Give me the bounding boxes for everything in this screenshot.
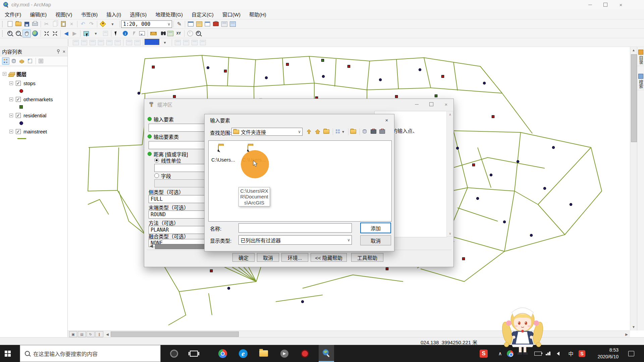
layer-checkbox[interactable]: ✓ xyxy=(16,97,21,102)
view-type-dropdown-icon[interactable]: ▾ xyxy=(341,129,345,134)
pan-tool-icon[interactable] xyxy=(22,29,31,38)
buffer-dialog-titlebar[interactable]: 缓冲区 × xyxy=(144,99,453,110)
open-icon[interactable] xyxy=(14,20,22,28)
maximize-button[interactable] xyxy=(598,0,613,9)
start-button[interactable] xyxy=(0,345,15,362)
collapse-icon[interactable] xyxy=(9,98,13,101)
speaker-icon[interactable] xyxy=(553,345,563,362)
print-icon[interactable] xyxy=(31,20,39,28)
new-document-icon[interactable] xyxy=(6,20,14,28)
ok-button[interactable]: 确定 xyxy=(232,253,255,262)
browse-dialog-titlebar[interactable]: 输入要素 × xyxy=(205,114,394,126)
toc-options-icon[interactable] xyxy=(37,57,45,65)
dialog-close-icon[interactable]: × xyxy=(439,99,453,109)
paste-icon[interactable] xyxy=(59,20,67,28)
pin-icon[interactable] xyxy=(56,49,61,54)
layer-symbol-residential[interactable] xyxy=(19,121,23,125)
scroll-right-icon[interactable]: ▶ xyxy=(623,331,630,337)
hscroll-thumb[interactable] xyxy=(111,331,239,337)
environments-button[interactable]: 环境... xyxy=(281,253,308,262)
layer-row-stops[interactable]: ✓ stops xyxy=(9,80,36,86)
copy-icon[interactable] xyxy=(51,20,59,28)
cut-icon[interactable]: ✂ xyxy=(42,20,51,28)
task-view-icon[interactable] xyxy=(186,345,202,362)
map-horizontal-scrollbar[interactable]: ▣ ▤ ↻ ∥ ◀ ▶ xyxy=(68,330,630,338)
layer-checkbox[interactable]: ✓ xyxy=(16,81,21,86)
refresh-view-button[interactable]: ↻ xyxy=(87,331,95,337)
tool-icon-2[interactable] xyxy=(80,39,88,47)
filter-combo[interactable]: 已列出所有过滤器 ∨ xyxy=(238,235,352,245)
chrome-icon[interactable] xyxy=(215,345,230,362)
connect-folder-icon[interactable] xyxy=(323,128,330,135)
layer-symbol-othermarkets[interactable] xyxy=(19,105,23,109)
list-by-drawing-order-icon[interactable] xyxy=(2,57,9,65)
toolbox-alt-icon[interactable] xyxy=(378,128,386,135)
catalog-window-icon[interactable] xyxy=(195,20,203,28)
modelbuilder-icon[interactable] xyxy=(228,20,237,28)
name-input[interactable] xyxy=(238,223,352,233)
browse-cancel-button[interactable]: 取消 xyxy=(360,235,391,245)
menu-selection[interactable]: 选择(S) xyxy=(130,11,147,18)
geodatabase-icon[interactable] xyxy=(361,128,368,135)
clock[interactable]: 8:53 2020/6/10 xyxy=(591,347,619,360)
menu-edit[interactable]: 编辑(E) xyxy=(30,11,47,18)
param-scroll-left-icon[interactable]: ◀ xyxy=(150,244,153,248)
tool-icon-12[interactable] xyxy=(199,39,207,47)
map-scale-combo[interactable]: 1:20, 000 ∨ xyxy=(121,20,172,28)
menu-view[interactable]: 视图(V) xyxy=(55,11,72,18)
list-by-visibility-icon[interactable] xyxy=(18,57,25,65)
hyperlink-icon[interactable] xyxy=(129,29,138,38)
map-vertical-scrollbar[interactable]: ▲ ▼ xyxy=(630,47,637,330)
add-data-dropdown-icon[interactable]: ▾ xyxy=(107,20,118,28)
network-icon[interactable] xyxy=(543,345,553,362)
hide-help-button[interactable]: << 隐藏帮助 xyxy=(311,253,347,262)
find-icon[interactable] xyxy=(158,29,166,38)
full-extent-icon[interactable] xyxy=(31,29,39,38)
close-button[interactable]: × xyxy=(613,0,629,9)
folder-connection-icon[interactable] xyxy=(218,145,219,152)
up-one-level-icon[interactable] xyxy=(305,128,313,135)
menu-windows[interactable]: 窗口(W) xyxy=(222,11,240,18)
filter-dropdown-icon[interactable]: ∨ xyxy=(346,238,352,242)
tool-icon-8[interactable] xyxy=(133,39,142,47)
save-icon[interactable] xyxy=(22,20,31,28)
cancel-button[interactable]: 取消 xyxy=(257,253,279,262)
add-data-icon[interactable]: + xyxy=(99,20,107,28)
select-features-dropdown-icon[interactable]: ▾ xyxy=(90,29,101,38)
sogou-ime-icon[interactable]: S xyxy=(576,345,588,362)
menu-insert[interactable]: 插入(I) xyxy=(106,11,121,18)
find-route-icon[interactable] xyxy=(166,29,174,38)
taskbar-search[interactable]: 在这里输入你要搜索的内容 xyxy=(20,345,161,362)
collapse-icon[interactable] xyxy=(3,72,6,76)
notification-center-icon[interactable] xyxy=(625,345,638,362)
tool-icon-6[interactable] xyxy=(113,39,122,47)
minimize-button[interactable] xyxy=(582,0,598,9)
symbol-color-swatch[interactable] xyxy=(145,39,159,46)
tool-icon-11[interactable] xyxy=(190,39,199,47)
arctoolbox-icon[interactable] xyxy=(212,20,220,28)
layer-row-othermarkets[interactable]: ✓ othermarkets xyxy=(9,97,53,102)
table-of-contents-window-icon[interactable] xyxy=(186,20,195,28)
collapse-icon[interactable] xyxy=(9,81,13,85)
help-scroll-down-icon[interactable]: ∨ xyxy=(447,230,453,236)
media-player-icon[interactable]: ▶ xyxy=(277,345,292,362)
file-explorer-icon[interactable] xyxy=(256,345,271,362)
search-docked-tab[interactable]: 搜索 xyxy=(637,72,644,90)
editor-pencil-icon[interactable]: ✎ xyxy=(175,20,183,28)
toolbar-grip[interactable] xyxy=(68,40,70,46)
fixed-zoom-out-icon[interactable] xyxy=(51,29,59,38)
redo-icon[interactable]: ↷ xyxy=(87,20,96,28)
select-features-icon[interactable] xyxy=(82,29,90,38)
tool-icon-7[interactable] xyxy=(125,39,133,47)
zoom-out-icon[interactable]: − xyxy=(14,29,22,38)
linear-unit-radio[interactable] xyxy=(154,158,159,163)
list-by-selection-icon[interactable] xyxy=(26,57,34,65)
toc-root-row[interactable]: 图层 xyxy=(3,70,26,77)
layer-symbol-stops[interactable] xyxy=(19,89,23,93)
dialog-maximize-icon[interactable] xyxy=(424,99,439,109)
toc-close-icon[interactable]: × xyxy=(63,49,65,54)
menu-geoprocessing[interactable]: 地理处理(G) xyxy=(155,11,183,18)
html-popup-icon[interactable] xyxy=(138,29,146,38)
select-elements-icon[interactable] xyxy=(113,29,121,38)
layer-checkbox[interactable]: ✓ xyxy=(16,129,21,134)
